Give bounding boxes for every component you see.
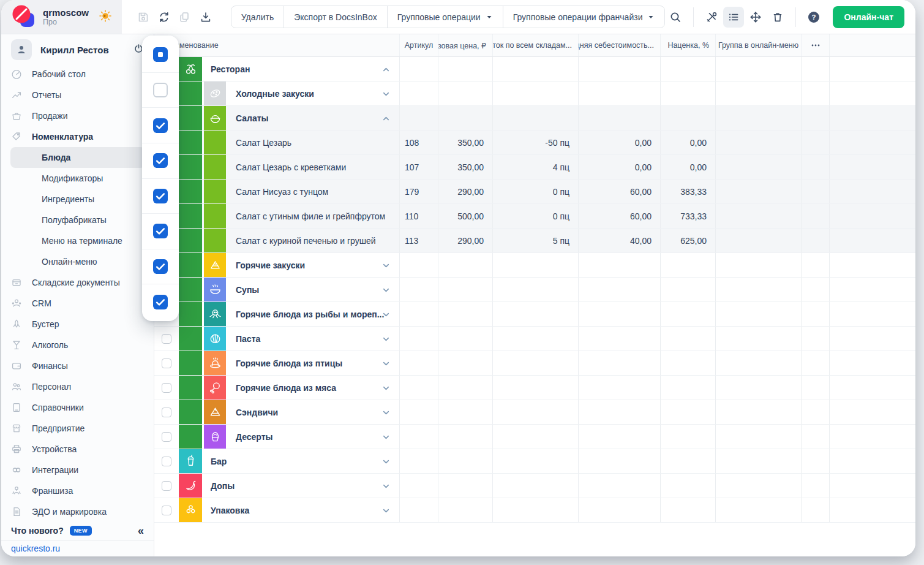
row-checkbox[interactable] (162, 481, 171, 491)
row-checkbox[interactable] (162, 334, 171, 344)
columns-more-button[interactable] (801, 34, 829, 56)
expand-chevron-icon[interactable] (381, 506, 391, 517)
sidebar-item-4[interactable]: Складские документы (1, 272, 154, 293)
table-row[interactable]: Холодные закуски (154, 82, 915, 106)
table-row[interactable]: Горячие блюда из мяса (154, 376, 915, 400)
expand-chevron-icon[interactable] (381, 482, 391, 493)
sidebar-item-label: Бустер (32, 319, 59, 329)
expand-chevron-icon[interactable] (381, 408, 391, 419)
theme-sun-icon[interactable] (99, 9, 112, 25)
table-row[interactable]: Салат Цезарь с креветками107350,004 пц0,… (154, 155, 915, 180)
sidebar-item-7[interactable]: Алкоголь (1, 335, 154, 355)
collapse-chevron-icon[interactable] (381, 114, 391, 125)
expand-chevron-icon[interactable] (381, 433, 391, 444)
sidebar-item-3[interactable]: Номенклатура (1, 126, 154, 147)
tools-icon[interactable] (701, 7, 722, 28)
column-header-6[interactable]: Группа в онлайн-меню (715, 34, 801, 56)
table-row[interactable]: Паста (154, 327, 915, 351)
table-row[interactable]: Салат Цезарь108350,00-50 пц0,000,00 (154, 131, 915, 155)
toolbar-button-0[interactable]: Удалить (231, 6, 284, 28)
expand-chevron-icon[interactable] (381, 384, 391, 395)
sidebar-item-1[interactable]: Отчеты (1, 85, 154, 105)
row-checkbox[interactable] (162, 383, 171, 393)
selection-column-panel[interactable] (142, 36, 179, 321)
user-row[interactable]: Кирилл Рестов (1, 36, 154, 64)
sidebar-item-11[interactable]: Предприятие (1, 418, 154, 439)
sidebar-item-5[interactable]: CRM (1, 293, 154, 314)
checked-checkbox[interactable] (153, 295, 168, 309)
table-row[interactable]: Салаты (154, 106, 915, 131)
expand-chevron-icon[interactable] (381, 261, 391, 272)
table-row[interactable]: Ресторан (154, 57, 915, 82)
sidebar-item-14[interactable]: Франшиза (1, 480, 154, 501)
sidebar-item-13[interactable]: Интеграции (1, 460, 154, 480)
column-header-2[interactable]: Базовая цена, ₽ (438, 34, 492, 56)
cell-markup (660, 474, 715, 498)
table-row[interactable]: Салат с утиным филе и грейпфрутом110500,… (154, 204, 915, 229)
sidebar-item-10[interactable]: Справочники (1, 397, 154, 418)
indeterminate-checkbox[interactable] (153, 47, 168, 62)
column-header-4[interactable]: Средняя себестоимость... (578, 34, 660, 56)
column-header-5[interactable]: Наценка, % (660, 34, 715, 56)
checked-checkbox[interactable] (153, 189, 168, 203)
sidebar-item-6[interactable]: Бустер (1, 314, 154, 335)
site-link[interactable]: quickresto.ru (1, 540, 154, 556)
sidebar-subitem-5[interactable]: Онлайн-меню (1, 251, 154, 272)
expand-chevron-icon[interactable] (381, 457, 391, 468)
table-row[interactable]: Допы (154, 474, 915, 498)
column-header-1[interactable]: Артикул (399, 34, 438, 56)
sidebar-subitem-4[interactable]: Меню на терминале (1, 230, 154, 251)
row-checkbox[interactable] (162, 432, 171, 442)
column-header-0[interactable]: Наименование (154, 34, 399, 56)
checked-checkbox[interactable] (153, 259, 168, 274)
sync-icon[interactable] (154, 7, 175, 28)
expand-chevron-icon[interactable] (381, 335, 391, 346)
table-row[interactable]: Салат с куриной печенью и грушей113290,0… (154, 229, 915, 253)
table-row[interactable]: Горячие блюда из рыбы и мореп... (154, 302, 915, 327)
help-icon[interactable]: ? (803, 7, 824, 28)
trash-icon[interactable] (767, 7, 788, 28)
expand-chevron-icon[interactable] (381, 286, 391, 297)
row-checkbox[interactable] (162, 358, 171, 368)
collapse-sidebar-button[interactable]: « (138, 525, 144, 537)
toolbar-button-3[interactable]: Групповые операции франчайзи (503, 6, 665, 28)
table-row[interactable]: Бар (154, 449, 915, 474)
checked-checkbox[interactable] (153, 153, 168, 168)
collapse-chevron-icon[interactable] (381, 65, 391, 76)
column-header-3[interactable]: Остаток по всем складам... (492, 34, 578, 56)
expand-chevron-icon[interactable] (381, 310, 391, 321)
online-chat-button[interactable]: Онлайн-чат (833, 6, 904, 28)
sidebar-subitem-2[interactable]: Ингредиенты (1, 189, 154, 210)
expand-chevron-icon[interactable] (381, 89, 391, 100)
table-row[interactable]: Сэндвичи (154, 400, 915, 425)
sidebar-item-12[interactable]: Устройства (1, 439, 154, 460)
sidebar-item-9[interactable]: Персонал (1, 376, 154, 397)
row-checkbox[interactable] (162, 506, 171, 515)
table-row[interactable]: Горячие блюда из птицы (154, 351, 915, 376)
whats-new-row[interactable]: Что нового? NEW « (1, 521, 154, 540)
sidebar-item-8[interactable]: Финансы (1, 355, 154, 376)
sidebar-item-0[interactable]: Рабочий стол (1, 64, 154, 85)
search-icon[interactable] (665, 7, 686, 28)
row-checkbox[interactable] (162, 457, 171, 466)
download-icon[interactable] (195, 7, 216, 28)
sidebar-subitem-3[interactable]: Полуфабрикаты (1, 210, 154, 230)
sidebar-item-15[interactable]: ЭДО и маркировка (1, 501, 154, 521)
move-icon[interactable] (745, 7, 766, 28)
checked-checkbox[interactable] (153, 224, 168, 238)
toolbar-button-2[interactable]: Групповые операции (388, 6, 503, 28)
table-row[interactable]: Упаковка (154, 498, 915, 523)
expand-chevron-icon[interactable] (381, 359, 391, 370)
table-row[interactable]: Горячие закуски (154, 253, 915, 278)
list-icon[interactable] (723, 7, 744, 28)
table-row[interactable]: Десерты (154, 425, 915, 449)
table-row[interactable]: Супы (154, 278, 915, 302)
sidebar-subitem-1[interactable]: Модификаторы (1, 168, 154, 189)
toolbar-button-1[interactable]: Экспорт в DocsInBox (284, 6, 388, 28)
unchecked-checkbox[interactable] (153, 83, 168, 97)
sidebar-subitem-0[interactable]: Блюда (10, 147, 145, 168)
checked-checkbox[interactable] (153, 118, 168, 133)
table-row[interactable]: Салат Нисуаз с тунцом179290,000 пц60,003… (154, 180, 915, 204)
sidebar-item-2[interactable]: Продажи (1, 105, 154, 126)
row-checkbox[interactable] (162, 408, 171, 417)
